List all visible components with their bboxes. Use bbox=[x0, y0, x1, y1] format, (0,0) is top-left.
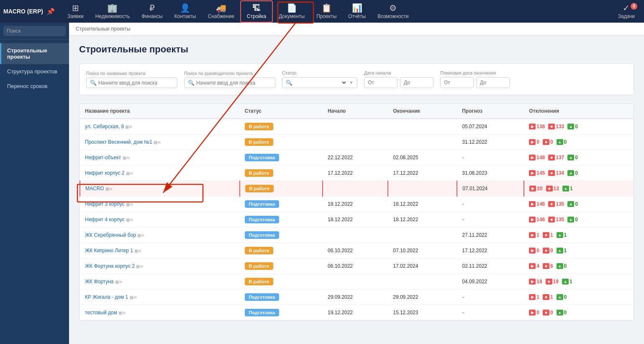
project-link-11[interactable]: КР Жигала - дом 1 ▦≋ bbox=[85, 294, 137, 300]
start-date-from[interactable] bbox=[364, 77, 398, 88]
project-link-7[interactable]: ЖК Серебрянный бор ▦≋ bbox=[85, 232, 144, 238]
project-link-6[interactable]: Нефрит 4 корпус ▦≋ bbox=[85, 217, 133, 222]
dev-icon-red-1-8: ▶ bbox=[529, 248, 536, 253]
nav-vozmozhnosti[interactable]: ⚙ Возможности bbox=[372, 1, 414, 22]
dev-item-3-0: ▲ 0 bbox=[567, 124, 578, 129]
cell-name-8[interactable]: ЖК Киприно Литер 1 ▦≋ bbox=[80, 243, 240, 259]
manager-input[interactable] bbox=[196, 80, 272, 86]
start-date-to[interactable] bbox=[400, 77, 434, 88]
dev-icon-red-2-2: ■ bbox=[548, 155, 555, 160]
nav-finansy[interactable]: ₽ Финансы bbox=[136, 1, 168, 22]
sidebar-item-struktura-proektov[interactable]: Структура проектов bbox=[0, 64, 69, 79]
cell-start-11: 29.09.2022 bbox=[323, 290, 388, 305]
projects-table: Название проекта Статус Начало Окончание… bbox=[80, 104, 634, 321]
cell-name-7[interactable]: ЖК Серебрянный бор ▦≋ bbox=[80, 228, 240, 243]
status-badge-6: Подготовка bbox=[245, 216, 280, 223]
nav-nedvizhimost[interactable]: 🏢 Недвижимость bbox=[90, 1, 136, 22]
nav-kontakty[interactable]: 👤 Контакты bbox=[169, 1, 202, 22]
cell-forecast-8: 17.12.2022 bbox=[457, 243, 524, 259]
nav-stroyka[interactable]: 🏗 Стройка bbox=[240, 0, 273, 23]
sidebar-item-stroitelnye-proekty[interactable]: Строительные проекты bbox=[0, 43, 69, 64]
cell-name-5[interactable]: Нефрит 3 корпус ▦≋ bbox=[80, 197, 240, 212]
pin-icon[interactable]: 📌 bbox=[46, 8, 55, 16]
chevron-down-icon: ▼ bbox=[349, 80, 354, 85]
nav-zayavki[interactable]: ⊞ Заявки bbox=[62, 1, 90, 22]
dev-item-2-5: ■ 135 bbox=[548, 201, 564, 207]
cell-name-11[interactable]: КР Жигала - дом 1 ▦≋ bbox=[80, 290, 240, 305]
nav-proekty[interactable]: 📋 Проекты bbox=[310, 1, 342, 22]
nav-otchety[interactable]: 📊 Отчёты bbox=[342, 1, 372, 22]
cell-start-7 bbox=[323, 228, 388, 243]
cell-name-4[interactable]: MACRO ▦≋ bbox=[80, 181, 240, 197]
project-link-2[interactable]: Нефрит-объект ▦≋ bbox=[85, 155, 130, 160]
filters-panel: Поиск по названию проекта 🔍 Поиск по рук… bbox=[79, 63, 634, 95]
dev-icon-red-1-0: ▶ bbox=[529, 124, 536, 129]
project-link-4[interactable]: MACRO ▦≋ bbox=[85, 186, 113, 191]
status-badge-0: В работе bbox=[245, 123, 274, 130]
nav-tasks[interactable]: 8 ✓ Задачи bbox=[612, 1, 641, 22]
cell-deviations-12: ▶ 0 ■ 0 ▲ 0 bbox=[524, 305, 634, 321]
nav-finansy-label: Финансы bbox=[141, 13, 162, 19]
dev-item-1-8: ▶ 0 bbox=[529, 248, 539, 253]
otchety-icon: 📊 bbox=[352, 4, 362, 12]
dev-icon-green-11: ▲ bbox=[557, 294, 563, 300]
cell-deviations-11: ▶ 1 ■ 1 ▲ 0 bbox=[524, 290, 634, 305]
end-date-from[interactable] bbox=[440, 77, 474, 88]
nav-tasks-label: Задачи bbox=[618, 13, 635, 19]
cell-name-10[interactable]: ЖК Фортуна ▦≋ bbox=[80, 274, 240, 290]
zayavki-icon: ⊞ bbox=[72, 4, 79, 12]
project-link-5[interactable]: Нефрит 3 корпус ▦≋ bbox=[85, 201, 133, 207]
breadcrumb: Строительные проекты bbox=[69, 23, 644, 36]
dev-icon-red-2-6: ■ bbox=[548, 217, 555, 222]
dev-icon-red-2-3: ■ bbox=[548, 170, 555, 176]
sidebar-search-input[interactable] bbox=[3, 26, 66, 36]
cell-status-6: Подготовка bbox=[240, 212, 323, 228]
project-link-3[interactable]: Нефрит корпус 2 ▦≋ bbox=[85, 170, 133, 176]
project-link-8[interactable]: ЖК Киприно Литер 1 ▦≋ bbox=[85, 248, 141, 253]
search-icon: 🔍 bbox=[90, 80, 97, 86]
dev-icon-green-8: ▲ bbox=[557, 248, 563, 253]
sidebar-item-perenos-srokov[interactable]: Перенос сроков bbox=[0, 79, 69, 93]
dev-icon-green-3: ▲ bbox=[567, 170, 574, 176]
cell-name-12[interactable]: тестовый дом ▦≋ bbox=[80, 305, 240, 321]
nav-dokumenty[interactable]: 📄 Документы bbox=[273, 1, 310, 22]
cell-name-9[interactable]: ЖК Фортуна корпус 2 ▦≋ bbox=[80, 259, 240, 274]
status-select[interactable]: В работе Подготовка bbox=[294, 79, 347, 86]
col-name: Название проекта bbox=[80, 104, 240, 119]
dokumenty-icon: 📄 bbox=[287, 4, 297, 12]
dev-item-3-3: ▲ 0 bbox=[567, 170, 578, 176]
project-link-12[interactable]: тестовый дом ▦≋ bbox=[85, 310, 126, 316]
table-row: Нефрит 3 корпус ▦≋ Подготовка 18.12.2022… bbox=[80, 197, 634, 212]
tasks-icon: ✓ bbox=[623, 4, 630, 12]
filter-status-group: Статус 🔍 В работе Подготовка ▼ bbox=[282, 70, 357, 88]
project-link-0[interactable]: ул. Сибирская, 8 ▦≋ bbox=[85, 124, 132, 129]
cell-name-3[interactable]: Нефрит корпус 2 ▦≋ bbox=[80, 166, 240, 181]
end-date-to[interactable] bbox=[476, 77, 510, 88]
finansy-icon: ₽ bbox=[149, 4, 155, 12]
cell-status-11: Подготовка bbox=[240, 290, 323, 305]
nav-snabzhenie[interactable]: 🚚 Снабжение bbox=[202, 1, 240, 22]
dev-item-3-1: ▲ 0 bbox=[557, 139, 567, 145]
dev-item-1-9: ▶ 4 bbox=[529, 263, 539, 269]
status-badge-9: В работе bbox=[245, 262, 274, 270]
project-link-9[interactable]: ЖК Фортуна корпус 2 ▦≋ bbox=[85, 263, 143, 269]
filter-project-name-label: Поиск по названию проекта bbox=[86, 71, 177, 76]
project-link-10[interactable]: ЖК Фортуна ▦≋ bbox=[85, 279, 122, 285]
content-area: Строительные проекты Поиск по названию п… bbox=[69, 36, 644, 344]
cell-name-6[interactable]: Нефрит 4 корпус ▦≋ bbox=[80, 212, 240, 228]
tasks-badge: 8 bbox=[631, 3, 637, 10]
cell-status-7: Подготовка bbox=[240, 228, 323, 243]
project-link-1[interactable]: Проспект Весенний, дом №1 ▦≋ bbox=[85, 139, 161, 145]
status-badge-10: В работе bbox=[245, 278, 274, 285]
cell-name-2[interactable]: Нефрит-объект ▦≋ bbox=[80, 150, 240, 166]
cell-end-7 bbox=[388, 228, 457, 243]
dev-item-2-2: ■ 137 bbox=[548, 155, 564, 160]
dev-icon-green-7: ▲ bbox=[557, 232, 563, 238]
cell-name-1[interactable]: Проспект Весенний, дом №1 ▦≋ bbox=[80, 134, 240, 150]
dev-item-3-11: ▲ 0 bbox=[557, 294, 567, 300]
cell-forecast-3: 31.08.2023 bbox=[457, 166, 524, 181]
cell-name-0[interactable]: ул. Сибирская, 8 ▦≋ bbox=[80, 119, 240, 134]
dev-icon-red-1-9: ▶ bbox=[529, 263, 536, 269]
project-name-input[interactable] bbox=[98, 80, 174, 86]
dev-item-1-3: ▶ 145 bbox=[529, 170, 545, 176]
